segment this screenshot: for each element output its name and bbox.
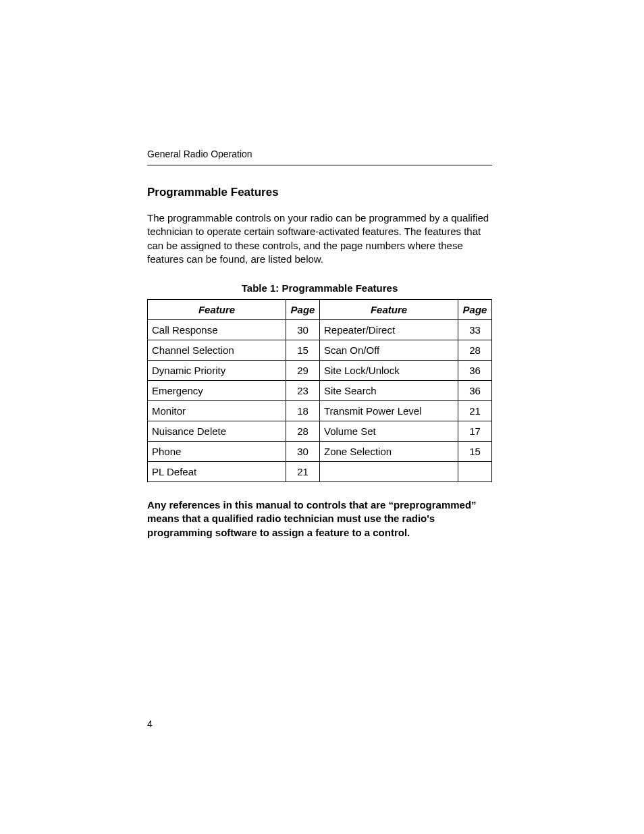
col-header-feature-2: Feature — [320, 300, 458, 320]
feature-cell: Nuisance Delete — [148, 421, 286, 442]
table-row: Dynamic Priority 29 Site Lock/Unlock 36 — [148, 361, 492, 381]
feature-cell: Channel Selection — [148, 340, 286, 361]
feature-cell: Call Response — [148, 320, 286, 340]
table-row: Emergency 23 Site Search 36 — [148, 381, 492, 401]
table-caption: Table 1: Programmable Features — [147, 282, 492, 294]
feature-cell: Phone — [148, 442, 286, 462]
feature-cell: Repeater/Direct — [320, 320, 458, 340]
page-cell: 33 — [458, 320, 492, 340]
feature-cell: Emergency — [148, 381, 286, 401]
page-cell: 21 — [458, 401, 492, 421]
features-table: Feature Page Feature Page Call Response … — [147, 299, 492, 482]
document-page: General Radio Operation Programmable Fea… — [0, 0, 644, 834]
page-number: 4 — [147, 719, 153, 729]
table-row: Phone 30 Zone Selection 15 — [148, 442, 492, 462]
feature-cell — [320, 462, 458, 482]
feature-cell: Monitor — [148, 401, 286, 421]
header-rule — [147, 165, 492, 165]
running-header: General Radio Operation — [147, 149, 492, 159]
table-row: Call Response 30 Repeater/Direct 33 — [148, 320, 492, 340]
page-cell: 28 — [286, 421, 320, 442]
feature-cell: Zone Selection — [320, 442, 458, 462]
feature-cell: Dynamic Priority — [148, 361, 286, 381]
feature-cell: Site Search — [320, 381, 458, 401]
page-cell: 23 — [286, 381, 320, 401]
page-cell — [458, 462, 492, 482]
page-cell: 18 — [286, 401, 320, 421]
page-cell: 29 — [286, 361, 320, 381]
page-cell: 21 — [286, 462, 320, 482]
page-cell: 15 — [286, 340, 320, 361]
table-row: Monitor 18 Transmit Power Level 21 — [148, 401, 492, 421]
page-cell: 36 — [458, 381, 492, 401]
table-row: Nuisance Delete 28 Volume Set 17 — [148, 421, 492, 442]
col-header-feature-1: Feature — [148, 300, 286, 320]
page-cell: 28 — [458, 340, 492, 361]
section-heading: Programmable Features — [147, 186, 492, 199]
page-cell: 36 — [458, 361, 492, 381]
feature-cell: Scan On/Off — [320, 340, 458, 361]
intro-paragraph: The programmable controls on your radio … — [147, 211, 492, 266]
table-row: PL Defeat 21 — [148, 462, 492, 482]
feature-cell: Volume Set — [320, 421, 458, 442]
feature-cell: Site Lock/Unlock — [320, 361, 458, 381]
bold-note: Any references in this manual to control… — [147, 498, 492, 540]
feature-cell: Transmit Power Level — [320, 401, 458, 421]
feature-cell: PL Defeat — [148, 462, 286, 482]
table-header-row: Feature Page Feature Page — [148, 300, 492, 320]
col-header-page-1: Page — [286, 300, 320, 320]
page-cell: 30 — [286, 320, 320, 340]
page-cell: 30 — [286, 442, 320, 462]
page-cell: 17 — [458, 421, 492, 442]
page-cell: 15 — [458, 442, 492, 462]
table-row: Channel Selection 15 Scan On/Off 28 — [148, 340, 492, 361]
col-header-page-2: Page — [458, 300, 492, 320]
